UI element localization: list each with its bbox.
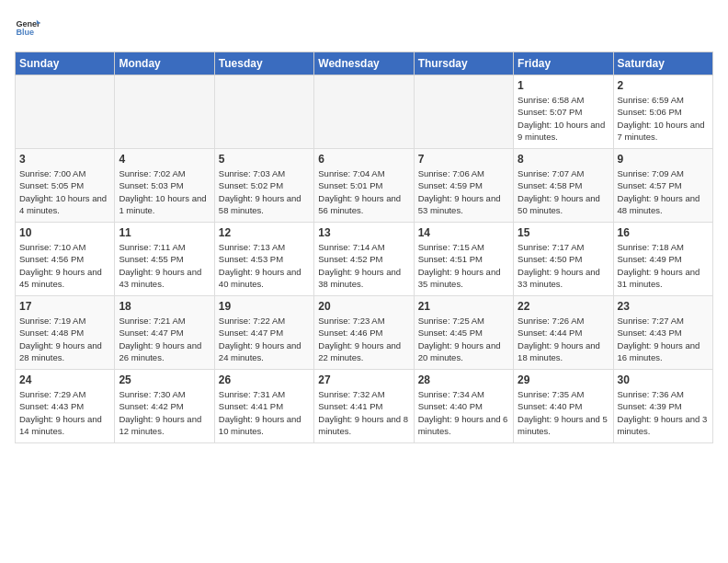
calendar-cell: 1Sunrise: 6:58 AM Sunset: 5:07 PM Daylig… [514,75,613,149]
calendar-cell: 8Sunrise: 7:07 AM Sunset: 4:58 PM Daylig… [514,149,613,223]
day-info: Sunrise: 6:59 AM Sunset: 5:06 PM Dayligh… [618,94,709,143]
day-info: Sunrise: 7:11 AM Sunset: 4:55 PM Dayligh… [119,241,210,290]
day-number: 14 [418,226,509,239]
day-header-wednesday: Wednesday [314,52,414,75]
calendar-cell: 27Sunrise: 7:32 AM Sunset: 4:41 PM Dayli… [314,370,414,443]
day-number: 3 [19,153,110,166]
calendar-cell: 19Sunrise: 7:22 AM Sunset: 4:47 PM Dayli… [214,296,313,370]
day-info: Sunrise: 7:25 AM Sunset: 4:45 PM Dayligh… [418,315,509,363]
day-number: 15 [518,226,609,239]
day-number: 5 [219,153,310,166]
calendar-header-row: SundayMondayTuesdayWednesdayThursdayFrid… [16,52,713,75]
day-number: 13 [318,226,409,239]
day-info: Sunrise: 7:10 AM Sunset: 4:56 PM Dayligh… [19,241,110,290]
day-number: 22 [518,300,609,313]
svg-text:Blue: Blue [16,28,34,37]
calendar-cell: 9Sunrise: 7:09 AM Sunset: 4:57 PM Daylig… [613,149,712,223]
day-number: 29 [518,373,609,386]
calendar-cell: 7Sunrise: 7:06 AM Sunset: 4:59 PM Daylig… [414,149,513,223]
calendar-cell: 30Sunrise: 7:36 AM Sunset: 4:39 PM Dayli… [613,370,712,443]
day-number: 4 [119,153,210,166]
day-number: 26 [219,373,310,386]
day-header-thursday: Thursday [414,52,513,75]
calendar-cell: 20Sunrise: 7:23 AM Sunset: 4:46 PM Dayli… [314,296,414,370]
day-info: Sunrise: 7:27 AM Sunset: 4:43 PM Dayligh… [618,315,709,363]
calendar-week-row: 3Sunrise: 7:00 AM Sunset: 5:05 PM Daylig… [16,149,713,223]
calendar-cell: 13Sunrise: 7:14 AM Sunset: 4:52 PM Dayli… [314,223,414,296]
day-number: 24 [19,373,110,386]
day-info: Sunrise: 7:30 AM Sunset: 4:42 PM Dayligh… [119,388,210,437]
day-header-monday: Monday [115,52,214,75]
day-number: 11 [119,226,210,239]
day-info: Sunrise: 7:34 AM Sunset: 4:40 PM Dayligh… [418,388,509,437]
calendar-table: SundayMondayTuesdayWednesdayThursdayFrid… [15,52,713,443]
day-info: Sunrise: 7:26 AM Sunset: 4:44 PM Dayligh… [518,315,609,363]
day-info: Sunrise: 7:29 AM Sunset: 4:43 PM Dayligh… [19,388,110,437]
day-info: Sunrise: 7:04 AM Sunset: 5:01 PM Dayligh… [318,167,409,216]
day-number: 19 [219,300,310,313]
day-number: 12 [219,226,310,239]
day-header-sunday: Sunday [16,52,115,75]
calendar-cell: 14Sunrise: 7:15 AM Sunset: 4:51 PM Dayli… [414,223,513,296]
day-number: 6 [318,153,409,166]
calendar-cell: 26Sunrise: 7:31 AM Sunset: 4:41 PM Dayli… [214,370,313,443]
page-header: General Blue [15,15,713,40]
day-info: Sunrise: 7:03 AM Sunset: 5:02 PM Dayligh… [219,167,310,216]
day-number: 23 [618,300,709,313]
day-info: Sunrise: 7:17 AM Sunset: 4:50 PM Dayligh… [518,241,609,290]
calendar-cell [414,75,513,149]
day-number: 18 [119,300,210,313]
calendar-cell: 29Sunrise: 7:35 AM Sunset: 4:40 PM Dayli… [514,370,613,443]
calendar-cell: 25Sunrise: 7:30 AM Sunset: 4:42 PM Dayli… [115,370,214,443]
day-info: Sunrise: 7:14 AM Sunset: 4:52 PM Dayligh… [318,241,409,290]
calendar-cell: 4Sunrise: 7:02 AM Sunset: 5:03 PM Daylig… [115,149,214,223]
day-number: 30 [618,373,709,386]
day-info: Sunrise: 7:06 AM Sunset: 4:59 PM Dayligh… [418,167,509,216]
calendar-cell: 18Sunrise: 7:21 AM Sunset: 4:47 PM Dayli… [115,296,214,370]
day-number: 27 [318,373,409,386]
day-number: 28 [418,373,509,386]
calendar-cell: 5Sunrise: 7:03 AM Sunset: 5:02 PM Daylig… [214,149,313,223]
calendar-cell: 12Sunrise: 7:13 AM Sunset: 4:53 PM Dayli… [214,223,313,296]
generalblue-logo-icon: General Blue [15,15,40,40]
calendar-cell: 11Sunrise: 7:11 AM Sunset: 4:55 PM Dayli… [115,223,214,296]
day-number: 1 [518,79,609,92]
calendar-cell: 10Sunrise: 7:10 AM Sunset: 4:56 PM Dayli… [16,223,115,296]
calendar-cell: 22Sunrise: 7:26 AM Sunset: 4:44 PM Dayli… [514,296,613,370]
calendar-cell: 6Sunrise: 7:04 AM Sunset: 5:01 PM Daylig… [314,149,414,223]
day-info: Sunrise: 7:21 AM Sunset: 4:47 PM Dayligh… [119,315,210,363]
calendar-cell: 2Sunrise: 6:59 AM Sunset: 5:06 PM Daylig… [613,75,712,149]
day-info: Sunrise: 6:58 AM Sunset: 5:07 PM Dayligh… [518,94,609,143]
calendar-cell [16,75,115,149]
day-info: Sunrise: 7:15 AM Sunset: 4:51 PM Dayligh… [418,241,509,290]
calendar-cell: 15Sunrise: 7:17 AM Sunset: 4:50 PM Dayli… [514,223,613,296]
day-info: Sunrise: 7:07 AM Sunset: 4:58 PM Dayligh… [518,167,609,216]
calendar-cell: 23Sunrise: 7:27 AM Sunset: 4:43 PM Dayli… [613,296,712,370]
day-number: 7 [418,153,509,166]
day-info: Sunrise: 7:22 AM Sunset: 4:47 PM Dayligh… [219,315,310,363]
calendar-cell: 24Sunrise: 7:29 AM Sunset: 4:43 PM Dayli… [16,370,115,443]
calendar-cell: 16Sunrise: 7:18 AM Sunset: 4:49 PM Dayli… [613,223,712,296]
day-info: Sunrise: 7:31 AM Sunset: 4:41 PM Dayligh… [219,388,310,437]
calendar-cell [314,75,414,149]
day-number: 8 [518,153,609,166]
day-info: Sunrise: 7:19 AM Sunset: 4:48 PM Dayligh… [19,315,110,363]
day-number: 10 [19,226,110,239]
day-number: 20 [318,300,409,313]
day-info: Sunrise: 7:32 AM Sunset: 4:41 PM Dayligh… [318,388,409,437]
day-header-saturday: Saturday [613,52,712,75]
calendar-cell: 3Sunrise: 7:00 AM Sunset: 5:05 PM Daylig… [16,149,115,223]
day-header-tuesday: Tuesday [214,52,313,75]
day-number: 2 [618,79,709,92]
day-info: Sunrise: 7:00 AM Sunset: 5:05 PM Dayligh… [19,167,110,216]
day-info: Sunrise: 7:23 AM Sunset: 4:46 PM Dayligh… [318,315,409,363]
calendar-week-row: 17Sunrise: 7:19 AM Sunset: 4:48 PM Dayli… [16,296,713,370]
logo: General Blue [15,15,40,40]
day-info: Sunrise: 7:36 AM Sunset: 4:39 PM Dayligh… [618,388,709,437]
day-info: Sunrise: 7:02 AM Sunset: 5:03 PM Dayligh… [119,167,210,216]
calendar-cell [214,75,313,149]
day-number: 17 [19,300,110,313]
day-info: Sunrise: 7:09 AM Sunset: 4:57 PM Dayligh… [618,167,709,216]
calendar-week-row: 10Sunrise: 7:10 AM Sunset: 4:56 PM Dayli… [16,223,713,296]
day-info: Sunrise: 7:13 AM Sunset: 4:53 PM Dayligh… [219,241,310,290]
